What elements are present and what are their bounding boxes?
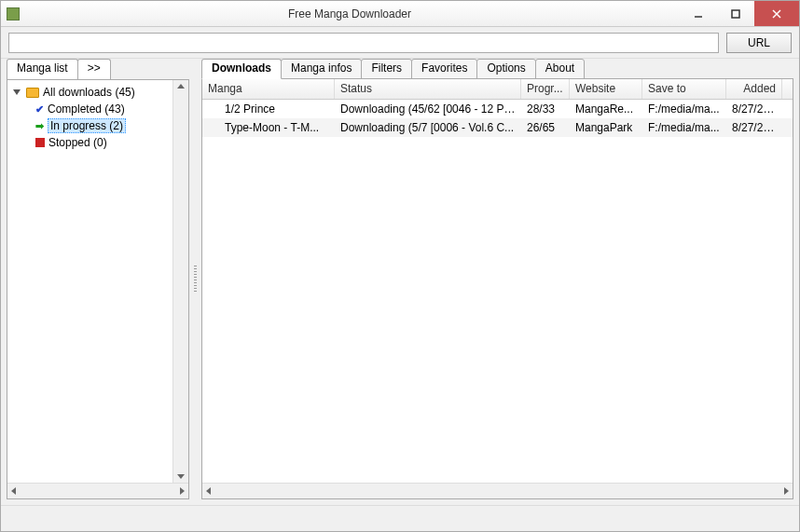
tab-options[interactable]: Options xyxy=(476,59,535,79)
minimize-button[interactable] xyxy=(680,1,717,26)
tree-hscrollbar[interactable] xyxy=(7,483,188,498)
grid-header[interactable]: Manga Status Progr... Website Save to Ad… xyxy=(202,79,793,100)
col-head-added[interactable]: Added xyxy=(726,79,782,99)
url-input[interactable] xyxy=(8,33,719,53)
window-controls xyxy=(680,1,799,26)
tree-node-completed[interactable]: ✔ Completed (43) xyxy=(9,101,171,117)
splitter[interactable] xyxy=(193,59,198,499)
cell-saveto: F:/media/ma... xyxy=(642,119,726,136)
cell-website: MangaRe... xyxy=(570,101,642,117)
col-head-website[interactable]: Website xyxy=(570,79,642,99)
svg-rect-1 xyxy=(732,10,739,18)
tree-label: All downloads (45) xyxy=(43,86,135,99)
titlebar: Free Manga Downloader xyxy=(1,1,799,27)
cell-manga: 1/2 Prince xyxy=(202,101,335,117)
grid-hscrollbar[interactable] xyxy=(202,483,793,498)
tree-vscrollbar[interactable] xyxy=(172,80,188,483)
tab-manga-list[interactable]: Manga list xyxy=(7,59,78,79)
tree-label: Stopped (0) xyxy=(48,136,107,149)
table-row[interactable]: Type-Moon - T-M... Downloading (5/7 [000… xyxy=(202,118,793,137)
right-tabs: Downloads Manga infos Filters Favorites … xyxy=(201,59,793,79)
tree-root-all-downloads[interactable]: All downloads (45) xyxy=(9,84,171,101)
tab-downloads[interactable]: Downloads xyxy=(201,59,282,79)
url-button[interactable]: URL xyxy=(726,33,792,53)
col-head-manga[interactable]: Manga xyxy=(202,79,335,99)
cell-saveto: F:/media/ma... xyxy=(642,101,726,117)
close-button[interactable] xyxy=(754,1,799,26)
tree-label: In progress (2) xyxy=(48,118,126,133)
stop-icon xyxy=(35,138,45,147)
tree-container: All downloads (45) ✔ Completed (43) ➡ In… xyxy=(7,79,189,499)
maximize-button[interactable] xyxy=(717,1,754,26)
cell-added: 8/27/2013 xyxy=(726,101,782,117)
cell-website: MangaPark xyxy=(570,119,642,136)
cell-added: 8/27/2013 xyxy=(726,119,782,136)
tab-filters[interactable]: Filters xyxy=(361,59,412,79)
expand-icon xyxy=(13,89,21,95)
downloads-grid: Manga Status Progr... Website Save to Ad… xyxy=(201,78,793,499)
folder-icon xyxy=(26,88,39,98)
check-icon: ✔ xyxy=(35,103,44,116)
tree-node-stopped[interactable]: Stopped (0) xyxy=(9,134,171,151)
tree-node-in-progress[interactable]: ➡ In progress (2) xyxy=(9,117,171,134)
right-panel: Downloads Manga infos Filters Favorites … xyxy=(201,59,793,499)
cell-status: Downloading (45/62 [0046 - 12 Pri... xyxy=(335,101,521,117)
col-head-status[interactable]: Status xyxy=(335,79,521,99)
cell-manga: Type-Moon - T-M... xyxy=(202,119,335,136)
cell-progr: 28/33 xyxy=(521,101,570,117)
tab-favorites[interactable]: Favorites xyxy=(411,59,477,79)
left-tabs: Manga list >> xyxy=(7,59,189,79)
grid-body[interactable]: 1/2 Prince Downloading (45/62 [0046 - 12… xyxy=(202,100,793,483)
table-row[interactable]: 1/2 Prince Downloading (45/62 [0046 - 12… xyxy=(202,100,793,118)
tab-manga-infos[interactable]: Manga infos xyxy=(281,59,362,79)
splitter-grip-icon xyxy=(194,266,197,293)
app-icon xyxy=(7,7,20,20)
downloads-tree[interactable]: All downloads (45) ✔ Completed (43) ➡ In… xyxy=(7,80,172,483)
col-head-progr[interactable]: Progr... xyxy=(521,79,570,99)
arrow-right-icon: ➡ xyxy=(35,120,44,132)
tab-expand[interactable]: >> xyxy=(77,59,111,79)
main-area: Manga list >> All downloads (45) ✔ Compl… xyxy=(1,59,799,505)
url-toolbar: URL xyxy=(1,27,799,59)
cell-progr: 26/65 xyxy=(521,119,570,136)
status-bar xyxy=(1,505,799,532)
tree-label: Completed (43) xyxy=(48,102,125,116)
col-head-saveto[interactable]: Save to xyxy=(642,79,726,99)
cell-status: Downloading (5/7 [0006 - Vol.6 C... xyxy=(335,119,521,136)
tab-about[interactable]: About xyxy=(535,59,585,79)
left-panel: Manga list >> All downloads (45) ✔ Compl… xyxy=(7,59,189,499)
window-title: Free Manga Downloader xyxy=(20,7,680,20)
